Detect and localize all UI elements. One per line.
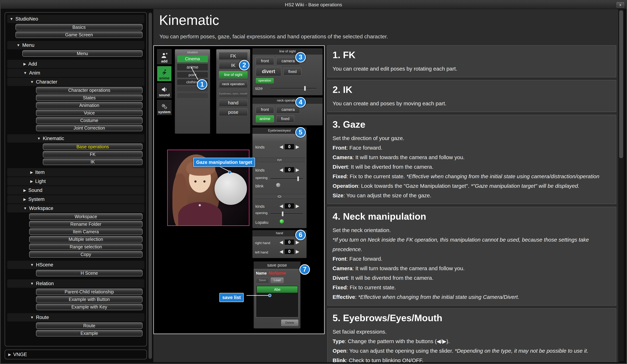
sidebar-button-example-with-key[interactable]: Example with Key	[36, 304, 143, 310]
triangle-down-icon: ▼	[10, 17, 13, 21]
sidebar-button-basics[interactable]: Basics	[15, 24, 143, 30]
gaze-front-button[interactable]: front	[256, 57, 274, 65]
sidebar-button-range-selection[interactable]: Range selection	[29, 244, 143, 250]
next-icon[interactable]: ▶	[296, 144, 299, 150]
delete-button[interactable]: Delete	[281, 319, 298, 326]
eye-kinds-stepper: ◀ 0 ▶	[279, 167, 299, 173]
sidebar-button-h-scene[interactable]: H Scene	[36, 270, 143, 276]
sidebar-button-base-operations[interactable]: Base operations	[43, 144, 143, 150]
gaze-size-label: size	[255, 86, 263, 91]
sidebar-header-hscene[interactable]: ▼HScene	[7, 261, 144, 269]
gaze-target-circle[interactable]	[214, 172, 247, 205]
menu-item-point[interactable]: point	[177, 72, 208, 78]
next-icon[interactable]: ▶	[296, 239, 299, 245]
triangle-right-icon: ▶	[30, 170, 33, 174]
tool-sound[interactable]: sound	[157, 83, 171, 98]
menu-item-faded[interactable]	[177, 93, 208, 98]
sidebar-button-animation[interactable]: Animation	[36, 102, 143, 108]
lipsync-toggle[interactable]	[279, 219, 284, 224]
neck-anime-button[interactable]: anime	[256, 115, 274, 122]
sidebar-header-menu[interactable]: ▼Menu	[7, 41, 144, 49]
gaze-operation-button[interactable]: operation	[256, 78, 274, 83]
load-button[interactable]: Load	[271, 277, 284, 283]
prev-icon[interactable]: ◀	[279, 203, 283, 209]
triangle-right-icon: ▶	[23, 188, 26, 192]
tool-anime[interactable]: anime	[157, 66, 171, 81]
menu-item-line-of-sight[interactable]: line of sight	[219, 71, 248, 78]
main-scrollbar-thumb[interactable]	[619, 10, 623, 158]
runner-icon	[160, 69, 168, 76]
section-line: Type: Change the pattern with the button…	[333, 336, 611, 346]
sidebar-header-item[interactable]: ▶Item	[7, 168, 144, 176]
neck-front-button[interactable]: front	[256, 106, 274, 113]
gaze-size-slider-thumb[interactable]	[304, 86, 306, 91]
sidebar-header-add[interactable]: ▶Add	[7, 60, 144, 68]
sidebar-button-game-screen[interactable]: Game Screen	[15, 32, 143, 38]
sidebar-button-states[interactable]: States	[36, 95, 143, 101]
sidebar-button-joint-correction[interactable]: Joint Correction	[36, 125, 143, 131]
triangle-right-icon: ▶	[30, 179, 33, 183]
sidebar-button-workspace[interactable]: Workspace	[29, 213, 143, 220]
gaze-size-slider[interactable]	[270, 88, 316, 89]
sidebar-button-item-camera[interactable]: Item Camera	[29, 228, 143, 235]
sidebar-button-costume[interactable]: Costume	[36, 117, 143, 124]
main-scrollbar[interactable]	[618, 9, 624, 361]
sidebar-scrollbar[interactable]	[148, 12, 152, 359]
sections: 1. FKYou can create and edit poses by ro…	[327, 45, 616, 362]
tool-system[interactable]: system	[157, 100, 171, 115]
sidebar-header-light[interactable]: ▶Light	[7, 177, 144, 185]
sidebar-button-character-operations[interactable]: Character operations	[36, 87, 143, 94]
sidebar-button-example-with-button[interactable]: Example with Button	[36, 296, 143, 303]
next-icon[interactable]: ▶	[296, 249, 299, 254]
gaze-fixed-button[interactable]: fixed	[283, 68, 302, 75]
sidebar-button-fk[interactable]: FK	[43, 151, 143, 157]
save-button[interactable]: Save	[256, 277, 269, 283]
sidebar-button-rename-folder[interactable]: Rename Folder	[29, 221, 143, 227]
sidebar-button-menu[interactable]: Menu	[22, 50, 143, 57]
sidebar-header-route[interactable]: ▼Route	[7, 313, 144, 321]
sidebar-button-example[interactable]: Example	[36, 330, 143, 336]
sidebar-header-studioneo[interactable]: ▼StudioNeo	[7, 15, 144, 23]
prev-icon[interactable]: ◀	[279, 167, 283, 173]
sidebar-header-kinematic[interactable]: ▼Kinematic	[7, 134, 144, 143]
sidebar-header-sound[interactable]: ▶Sound	[7, 186, 144, 194]
menu-item-pose[interactable]: pose	[219, 108, 248, 116]
sidebar-button-route[interactable]: Route	[36, 322, 143, 329]
prev-icon[interactable]: ◀	[279, 249, 283, 254]
sidebar-header-system[interactable]: ▶System	[7, 195, 144, 204]
sidebar-button-copy[interactable]: Copy	[29, 251, 143, 258]
sidebar-header-relation[interactable]: ▼Relation	[7, 279, 144, 288]
prev-icon[interactable]: ◀	[279, 144, 283, 150]
pose-list-item-abe[interactable]: Abe	[257, 286, 298, 293]
sidebar-button-parent-child-relationship[interactable]: Parent-Child relationship	[36, 289, 143, 295]
next-icon[interactable]: ▶	[296, 203, 299, 209]
menu-item-anime[interactable]: anime	[177, 64, 208, 71]
sidebar-item-vnge[interactable]: ▶ VNGE	[5, 350, 147, 359]
next-icon[interactable]: ▶	[296, 167, 299, 173]
sidebar-header-anim[interactable]: ▼Anim	[7, 69, 144, 77]
close-button[interactable]: x	[617, 2, 624, 7]
menu-item-cinema[interactable]: Cinema	[177, 55, 208, 62]
menu-item-neck-operation[interactable]: neck operation	[219, 80, 248, 88]
mouth-opening-slider[interactable]	[270, 213, 303, 214]
sidebar-header-character[interactable]: ▼Character	[7, 78, 144, 86]
eye-opening-thumb[interactable]	[297, 176, 299, 181]
gaze-divert-button[interactable]: divert	[256, 67, 281, 76]
menu-item-hand[interactable]: hand	[219, 99, 248, 106]
prev-icon[interactable]: ◀	[279, 239, 283, 245]
neck-camera-button[interactable]: camera	[276, 106, 300, 113]
mouth-opening-thumb[interactable]	[282, 211, 284, 216]
sidebar-button-voice[interactable]: Voice	[36, 110, 143, 116]
menu-item-fk[interactable]: FK	[219, 52, 248, 60]
blink-toggle[interactable]	[276, 183, 281, 187]
sidebar-button-multiple-selection[interactable]: Multiple selection	[29, 236, 143, 243]
sidebar-button-ik[interactable]: IK	[43, 158, 143, 165]
eye-opening-slider[interactable]	[270, 178, 303, 179]
tool-add[interactable]: add	[157, 49, 171, 64]
menu-item-eyebrows-eyes-mouth[interactable]: Eyebrows, eyes, mouth	[219, 90, 248, 97]
sidebar-scrollbar-thumb[interactable]	[149, 13, 152, 359]
gears-icon	[160, 103, 168, 110]
sidebar-header-workspace[interactable]: ▼Workspace	[7, 204, 144, 212]
neck-fixed-button[interactable]: fixed	[276, 115, 294, 122]
section-line: You can create and poses by moving each …	[333, 99, 611, 108]
